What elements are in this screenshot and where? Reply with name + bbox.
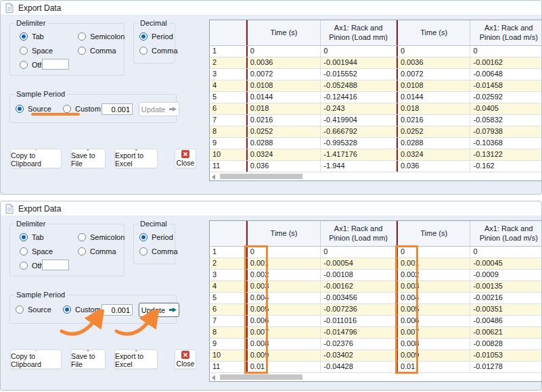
data-cell: -0.01053 xyxy=(470,350,542,361)
radio-tab[interactable]: Tab xyxy=(20,233,44,241)
table-header-row: Time (s) Ax1: Rack and Pinion (Load mm) … xyxy=(210,221,542,247)
data-cell: 0 xyxy=(246,46,321,57)
row-number-cell: 1 xyxy=(210,247,246,258)
row-number-cell: 3 xyxy=(210,69,246,80)
other-delimiter-input[interactable] xyxy=(42,260,69,270)
radio-source[interactable]: Source xyxy=(16,105,51,113)
radio-label: Space xyxy=(32,247,53,255)
update-button[interactable]: Update xyxy=(139,102,179,116)
header-cell-rownum xyxy=(210,20,246,45)
data-cell: 0.0288 xyxy=(246,138,321,149)
close-icon xyxy=(181,150,189,158)
radio-dot xyxy=(139,32,148,41)
header-cell-load-ms: Ax1: Rack and Pinion (Load m/s) xyxy=(470,20,542,45)
scrollbar-thumb[interactable] xyxy=(220,174,302,179)
header-cell-rownum xyxy=(210,221,246,246)
data-cell: -0.10368 xyxy=(470,138,542,149)
document-icon xyxy=(5,3,14,13)
close-button[interactable]: Close xyxy=(175,149,196,168)
radio-dot xyxy=(78,247,86,255)
export-to-excel-button[interactable]: X Export to Excel xyxy=(114,349,158,369)
radio-label: Source xyxy=(28,105,51,113)
copy-to-clipboard-button[interactable]: Copy to Clipboard xyxy=(10,149,62,168)
radio-semicolon[interactable]: Semicolon xyxy=(78,233,125,241)
data-cell: -0.162 xyxy=(470,161,542,172)
radio-comma[interactable]: Comma xyxy=(78,247,116,255)
radio-dot xyxy=(63,105,71,113)
radio-comma[interactable]: Comma xyxy=(78,47,116,55)
header-cell-load-mm: Ax1: Rack and Pinion (Load mm) xyxy=(321,20,397,45)
radio-label: Tab xyxy=(32,233,44,241)
row-number-cell: 6 xyxy=(210,103,246,114)
radio-space[interactable]: Space xyxy=(20,47,53,55)
scrollbar-thumb[interactable] xyxy=(220,374,302,380)
row-number-cell: 3 xyxy=(210,270,246,280)
save-icon xyxy=(84,149,92,151)
radio-label: Period xyxy=(152,233,173,241)
scroll-left-arrow-icon[interactable] xyxy=(212,174,215,180)
button-label: Export to Excel xyxy=(115,352,157,368)
row-number-cell: 7 xyxy=(210,115,246,126)
radio-tab[interactable]: Tab xyxy=(20,32,44,41)
button-label: Close xyxy=(177,360,195,368)
radio-dot xyxy=(20,32,28,41)
row-number-cell: 8 xyxy=(210,327,246,338)
close-button[interactable]: Close xyxy=(175,349,196,369)
export-to-excel-button[interactable]: X Export to Excel xyxy=(114,149,158,168)
export-preview-table: Time (s) Ax1: Rack and Pinion (Load mm) … xyxy=(209,20,542,181)
row-number-cell: 11 xyxy=(210,161,246,172)
title-bar: Export Data xyxy=(1,1,541,16)
table-row: 60.018-0.2430.018-0.0405 xyxy=(210,103,542,115)
save-to-file-button[interactable]: Save to File xyxy=(70,149,106,168)
delimiter-group: Delimiter Tab Semicolon Space Comma Othe… xyxy=(9,224,125,276)
radio-label: Custom xyxy=(75,105,101,113)
radio-comma-decimal[interactable]: Comma xyxy=(139,247,178,255)
radio-dot xyxy=(20,247,28,255)
save-to-file-button[interactable]: Save to File xyxy=(70,349,106,369)
copy-icon xyxy=(31,350,41,351)
custom-period-input[interactable] xyxy=(101,103,133,115)
data-cell: -0.419904 xyxy=(321,115,397,126)
data-cell: -0.00162 xyxy=(321,281,397,292)
table-row: 100.0324-1.4171760.0324-0.13122 xyxy=(210,149,542,161)
radio-space[interactable]: Space xyxy=(20,247,53,255)
data-cell: 0.018 xyxy=(246,103,321,114)
dialog-title: Export Data xyxy=(18,204,61,214)
button-label: Export to Excel xyxy=(115,151,157,168)
radio-dot xyxy=(139,47,148,55)
data-cell: -0.011016 xyxy=(321,316,397,326)
horizontal-scrollbar[interactable] xyxy=(210,373,542,381)
data-cell: -0.052488 xyxy=(321,80,397,91)
arrow-to-update-button xyxy=(116,315,154,334)
data-cell: -0.003456 xyxy=(321,293,397,303)
data-cell: -0.015552 xyxy=(321,69,397,80)
data-cell: -0.00135 xyxy=(470,281,542,292)
copy-to-clipboard-button[interactable]: Copy to Clipboard xyxy=(10,349,62,369)
data-cell: 0 xyxy=(397,46,471,57)
data-cell: 0.018 xyxy=(397,103,471,114)
data-cell: 0.0252 xyxy=(246,126,321,137)
other-delimiter-input[interactable] xyxy=(42,59,69,70)
right-arrow-icon xyxy=(169,106,177,112)
row-number-cell: 9 xyxy=(210,138,246,149)
radio-comma-decimal[interactable]: Comma xyxy=(139,47,178,55)
data-cell: -0.02592 xyxy=(470,92,542,103)
data-cell: -0.03402 xyxy=(321,350,397,361)
data-cell: -0.00216 xyxy=(470,293,542,303)
data-cell: -0.00045 xyxy=(470,258,542,269)
radio-custom[interactable]: Custom xyxy=(63,105,101,113)
data-cell: 0.036 xyxy=(246,161,321,172)
radio-period[interactable]: Period xyxy=(139,32,173,41)
row-number-cell: 2 xyxy=(210,57,246,68)
time-column-highlight-box-1 xyxy=(244,245,268,374)
button-label: Copy to Clipboard xyxy=(11,352,61,368)
table-row: 90.0288-0.9953280.0288-0.10368 xyxy=(210,138,542,149)
radio-source[interactable]: Source xyxy=(16,305,51,314)
scroll-left-arrow-icon[interactable] xyxy=(212,375,215,381)
table-row: 10000 xyxy=(210,46,542,57)
sample-period-group: Sample Period Source Custom Update xyxy=(9,94,177,123)
horizontal-scrollbar[interactable] xyxy=(210,172,542,180)
radio-period[interactable]: Period xyxy=(139,233,173,241)
data-cell: -0.00828 xyxy=(470,339,542,349)
radio-semicolon[interactable]: Semicolon xyxy=(78,32,125,41)
